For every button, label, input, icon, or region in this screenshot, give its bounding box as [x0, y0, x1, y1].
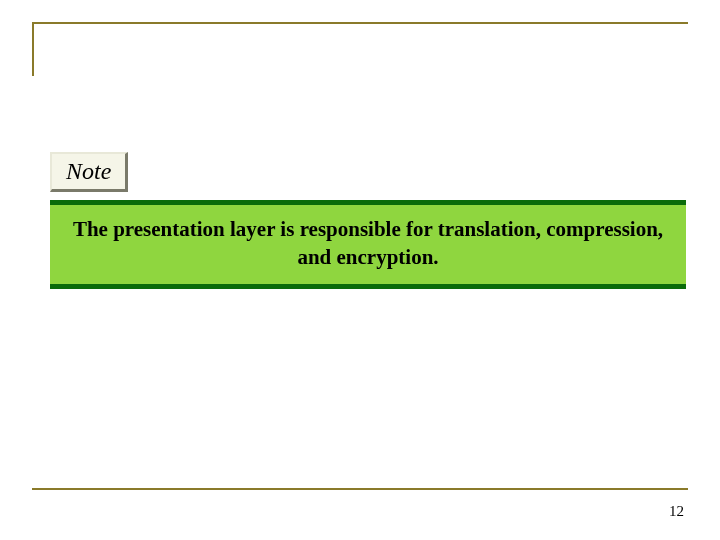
note-label: Note	[66, 158, 111, 184]
callout-text: The presentation layer is responsible fo…	[70, 215, 666, 272]
page-number: 12	[669, 503, 684, 520]
callout-banner: The presentation layer is responsible fo…	[50, 200, 686, 289]
note-label-box: Note	[50, 152, 128, 192]
